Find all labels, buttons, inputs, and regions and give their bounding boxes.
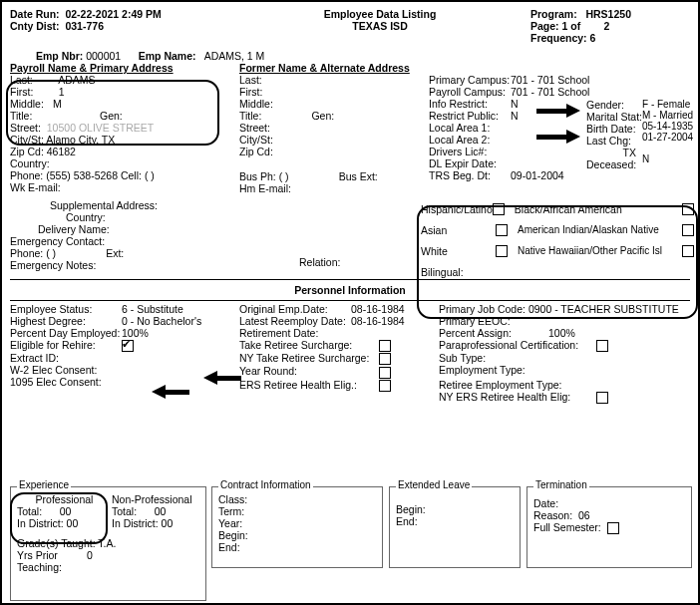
job-label: Primary Job Code: xyxy=(439,303,525,315)
deceased-label: Deceased: xyxy=(586,158,636,170)
emp-status-label: Employee Status: xyxy=(10,303,122,315)
payroll-address-col: Last: ADAMS First: 1 Middle: M Title:Gen… xyxy=(10,74,239,271)
report-header: Date Run: 02-22-2021 2:49 PM Cnty Dist: … xyxy=(10,8,690,44)
tx: TX xyxy=(623,147,636,158)
section-titles: Payroll Name & Primary Address Former Na… xyxy=(10,62,690,74)
grades: T.A. xyxy=(98,537,116,549)
cell-label: Cell: xyxy=(121,169,142,181)
pcampus-label: Primary Campus: xyxy=(429,74,510,86)
gender: F - Female xyxy=(642,99,700,110)
exp-total: 00 xyxy=(60,505,72,517)
info-restrict-label: Info Restrict: xyxy=(429,98,488,110)
emp-nbr-label: Emp Nbr: xyxy=(36,50,83,62)
contract-begin: Begin: xyxy=(218,529,376,541)
orig-label: Original Emp.Date: xyxy=(239,303,351,315)
contract-end: End: xyxy=(218,541,376,553)
eth-white-chk xyxy=(496,245,508,257)
pcampus: 701 - 701 School xyxy=(511,74,600,86)
yr-label: Year Round: xyxy=(239,365,379,377)
date-run: 02-22-2021 2:49 PM xyxy=(65,8,161,20)
former-name-title: Former Name & Alternate Address xyxy=(239,62,410,74)
contract-term: Term: xyxy=(218,505,376,517)
last: ADAMS xyxy=(58,74,95,86)
birth: 05-14-1935 xyxy=(642,121,700,132)
restrict-public-label: Restrict Public: xyxy=(429,110,499,122)
payroll-name-title: Payroll Name & Primary Address xyxy=(10,62,174,74)
eth-black-label: Black/African American xyxy=(515,203,682,215)
lastchg-label: Last Chg: xyxy=(586,135,631,147)
c1095-label: 1095 Elec Consent: xyxy=(10,376,102,388)
exp-prof: Professional xyxy=(17,493,112,505)
exp-total-label: Total: xyxy=(17,505,42,517)
term-full-label: Full Semester: xyxy=(533,521,601,533)
orig: 08-16-1984 xyxy=(351,303,405,315)
term-full-chk xyxy=(607,522,619,534)
eth-pac-label: Native Hawaiian/Other Pacific Isl xyxy=(518,245,682,256)
dlexp-label: DL Expir Date: xyxy=(429,157,497,169)
eth-amind-label: American Indian/Alaskan Native xyxy=(518,224,682,235)
street-label: Street: xyxy=(10,122,41,134)
nysurch-chk xyxy=(379,353,391,365)
rehire-label: Eligible for Rehire: xyxy=(10,339,122,351)
f-title-label: Title: xyxy=(239,110,261,122)
para-chk xyxy=(596,340,608,352)
supp-country-label: Country: xyxy=(66,211,106,223)
country-label: Country: xyxy=(10,157,50,169)
deceased: N xyxy=(642,153,700,164)
first: 1 xyxy=(59,86,65,98)
zip: 46182 xyxy=(47,146,76,157)
wkemail-label: Wk E-mail: xyxy=(10,181,61,193)
leave-fieldset: Extended Leave Begin: End: xyxy=(389,486,521,568)
experience-fieldset: Experience ProfessionalNon-Professional … xyxy=(10,486,206,601)
exp-indist: 00 xyxy=(67,517,79,529)
emp-name-label: Emp Name: xyxy=(139,50,196,62)
title-label: Title: xyxy=(10,110,50,122)
extract-label: Extract ID: xyxy=(10,352,59,364)
job: 0900 - TEACHER SUBSTITUTE xyxy=(528,303,679,315)
nyers-label: NY ERS Retiree Health Elig: xyxy=(439,391,596,403)
page-label: Page: 1 of xyxy=(530,20,580,32)
np-indist-label: In District: xyxy=(112,517,159,529)
degree: 0 - No Bachelor's xyxy=(122,315,201,327)
ext-label: Ext: xyxy=(106,247,124,259)
delivery-label: Delivery Name: xyxy=(38,223,110,235)
trs: 09-01-2004 xyxy=(511,169,600,181)
leave-begin: Begin: xyxy=(396,503,514,515)
experience-title: Experience xyxy=(17,479,71,490)
supp-addr-label: Supplemental Address: xyxy=(50,199,158,211)
marital-label: Marital Stat: xyxy=(586,111,642,123)
term-title: Termination xyxy=(533,479,589,490)
program: HRS1250 xyxy=(585,8,631,20)
term-reason-label: Reason: xyxy=(533,509,572,521)
phone: (555) 538-5268 xyxy=(46,169,118,181)
exp-indist-label: In District: xyxy=(17,517,64,529)
contract-year: Year: xyxy=(218,517,376,529)
contract-fieldset: Contract Information Class: Term: Year: … xyxy=(211,486,383,568)
middle: M xyxy=(53,98,62,110)
report-title: Employee Data Listing xyxy=(260,8,500,20)
first-label: First: xyxy=(10,86,50,98)
la1-label: Local Area 1: xyxy=(429,122,490,134)
ret-label: Retirement Date: xyxy=(239,327,318,339)
employee-id-row: Emp Nbr: 000001 Emp Name: ADAMS, 1 M xyxy=(36,50,690,62)
frequency: Frequency: 6 xyxy=(530,32,690,44)
para-label: Paraprofessional Certification: xyxy=(439,339,596,351)
reemp: 08-16-1984 xyxy=(351,315,405,327)
middle-label: Middle: xyxy=(10,98,50,110)
f-first-label: First: xyxy=(239,86,262,98)
paycampus-label: Payroll Campus: xyxy=(429,86,506,98)
surch-label: Take Retiree Surcharge: xyxy=(239,339,379,351)
marital: M - Married xyxy=(642,110,700,121)
yr-chk xyxy=(379,367,391,379)
exp-nonprof: Non-Professional xyxy=(112,493,192,505)
emg-phone-label: Phone: xyxy=(10,247,43,259)
f-gen-label: Gen: xyxy=(311,110,334,122)
reemp-label: Latest Reemploy Date: xyxy=(239,315,351,327)
term-fieldset: Termination Date: Reason: 06 Full Semest… xyxy=(526,486,692,568)
np-total: 00 xyxy=(155,505,167,517)
eeoc-label: Primary EEOC: xyxy=(439,315,511,327)
cityst: Alamo City, TX xyxy=(46,134,115,146)
busph: ( ) xyxy=(279,170,289,182)
eth-hisp-label: Hispanic/Latino xyxy=(421,203,493,215)
dlic-label: Drivers Lic#: xyxy=(429,146,487,157)
